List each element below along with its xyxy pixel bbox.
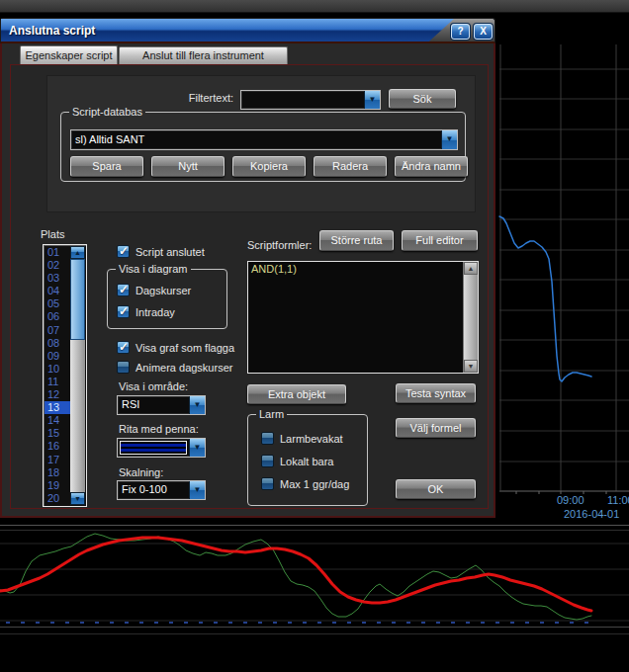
indicator-panel-top-inner-border <box>0 530 629 531</box>
tab-anslut-flera-instrument[interactable]: Anslut till flera instrument samtidigt <box>119 46 288 64</box>
rita-penna-label: Rita med penna: <box>119 423 199 435</box>
dialog-title: Anslutna script <box>9 24 95 38</box>
skalning-combo[interactable]: Fix 0-100 ▼ <box>117 480 206 500</box>
skalning-value[interactable]: Fix 0-100 <box>118 481 189 499</box>
time-axis-label-0900: 09:00 <box>557 494 584 506</box>
dagskurser-row[interactable]: Dagskurser <box>117 284 191 296</box>
plats-item-15[interactable]: 15 <box>45 427 71 440</box>
db-button-radera[interactable]: Radera <box>314 156 387 177</box>
visa-omrade-combo[interactable]: RSI ▼ <box>117 395 206 415</box>
visa-graf-label: Visa graf som flagga <box>135 342 234 354</box>
plats-item-11[interactable]: 11 <box>45 376 71 388</box>
script-databas-buttons: SparaNyttKopieraRaderaÄndra namn <box>70 156 468 177</box>
testa-syntax-button[interactable]: Testa syntax <box>396 383 476 403</box>
plats-item-08[interactable]: 08 <box>45 337 71 350</box>
plats-item-17[interactable]: 17 <box>45 454 71 466</box>
formula-code[interactable]: AND(1,1) <box>251 263 297 275</box>
rsi-signal-line <box>0 538 591 611</box>
larm-row-larmbevakat[interactable]: Larmbevakat <box>261 432 349 445</box>
plats-item-04[interactable]: 04 <box>45 285 71 297</box>
close-button[interactable]: X <box>474 24 493 40</box>
script-anslutet-row[interactable]: Script anslutet <box>117 245 205 258</box>
scroll-up-icon[interactable]: ▲ <box>464 262 478 275</box>
chevron-down-icon[interactable]: ▼ <box>189 439 205 457</box>
plats-item-07[interactable]: 07 <box>45 324 71 337</box>
plats-scrollbar[interactable]: ▲ ▼ <box>70 246 85 505</box>
larm-checkbox[interactable] <box>261 432 274 445</box>
db-button-kopiera[interactable]: Kopiera <box>232 156 306 177</box>
anslutna-script-dialog: Anslutna script ? X Egenskaper script An… <box>0 18 498 522</box>
plats-item-19[interactable]: 19 <box>45 479 71 492</box>
plats-items: 0102030405060708091011121314151617181920 <box>45 246 71 505</box>
extra-objekt-button[interactable]: Extra objekt <box>247 384 346 404</box>
dialog-titlebar[interactable]: Anslutna script ? X <box>0 18 495 43</box>
time-axis-label-1100: 11:00 <box>607 494 629 506</box>
chevron-down-icon[interactable]: ▼ <box>441 130 457 149</box>
animera-checkbox[interactable] <box>117 361 130 374</box>
larm-checkbox[interactable] <box>261 455 274 467</box>
larm-label: Max 1 ggr/dag <box>280 478 349 490</box>
formula-scrollbar[interactable]: ▲ ▼ <box>463 262 478 373</box>
plats-item-02[interactable]: 02 <box>45 259 71 272</box>
ok-button[interactable]: OK <box>396 479 476 499</box>
scroll-down-icon[interactable]: ▼ <box>70 492 85 505</box>
larm-row-max-1-ggr-dag[interactable]: Max 1 ggr/dag <box>261 477 349 490</box>
visa-graf-row[interactable]: Visa graf som flagga <box>117 341 234 354</box>
storre-ruta-button[interactable]: Större ruta <box>319 230 394 251</box>
sok-button[interactable]: Sök <box>389 89 456 109</box>
dagskurser-checkbox[interactable] <box>117 284 130 296</box>
chevron-down-icon[interactable]: ▼ <box>364 91 380 109</box>
scroll-down-icon[interactable]: ▼ <box>464 360 478 373</box>
pen-preview-swatch[interactable] <box>120 441 187 455</box>
intraday-checkbox[interactable] <box>117 305 130 318</box>
chevron-down-icon[interactable]: ▼ <box>189 396 205 414</box>
plats-item-14[interactable]: 14 <box>45 414 71 427</box>
plats-listbox[interactable]: 0102030405060708091011121314151617181920… <box>43 244 87 507</box>
larm-checkbox[interactable] <box>261 477 274 490</box>
plats-item-16[interactable]: 16 <box>45 440 71 453</box>
help-button[interactable]: ? <box>451 24 470 40</box>
script-databas-combo[interactable]: sl) Alltid SANT ▼ <box>70 129 458 150</box>
intraday-label: Intraday <box>135 306 175 318</box>
plats-item-13[interactable]: 13 <box>45 401 71 414</box>
plats-item-06[interactable]: 06 <box>45 310 71 323</box>
script-anslutet-label: Script anslutet <box>135 246 205 258</box>
intraday-row[interactable]: Intraday <box>117 305 175 318</box>
full-editor-button[interactable]: Full editor <box>402 230 478 251</box>
date-axis-label: 2016-04-01 <box>564 508 619 520</box>
db-button--ndra-namn[interactable]: Ändra namn <box>395 156 468 177</box>
plats-item-12[interactable]: 12 <box>45 388 71 401</box>
scroll-up-icon[interactable]: ▲ <box>70 246 85 259</box>
filtertext-combo[interactable]: ▼ <box>240 90 381 110</box>
dagskurser-label: Dagskurser <box>135 285 191 296</box>
plats-item-09[interactable]: 09 <box>45 350 71 363</box>
plats-item-01[interactable]: 01 <box>45 246 71 259</box>
visa-i-diagram-group: Visa i diagram <box>107 269 227 329</box>
script-databas-value[interactable]: sl) Alltid SANT <box>71 130 441 149</box>
chevron-down-icon[interactable]: ▼ <box>189 481 205 499</box>
filtertext-value[interactable] <box>241 91 364 109</box>
script-anslutet-checkbox[interactable] <box>117 245 130 258</box>
plats-item-18[interactable]: 18 <box>45 466 71 479</box>
plats-item-10[interactable]: 10 <box>45 363 71 376</box>
db-button-nytt[interactable]: Nytt <box>151 156 225 177</box>
plats-item-05[interactable]: 05 <box>45 297 71 310</box>
valj-formel-button[interactable]: Välj formel <box>396 418 476 438</box>
larm-row-lokalt-bara[interactable]: Lokalt bara <box>261 455 349 467</box>
plats-scrollbar-thumb[interactable] <box>70 259 85 340</box>
visa-graf-checkbox[interactable] <box>117 341 130 354</box>
indicator-panel-top-border <box>0 525 629 526</box>
visa-omrade-value[interactable]: RSI <box>118 396 189 414</box>
plats-label: Plats <box>41 228 64 240</box>
indicator-panel-bottom-border <box>0 627 629 628</box>
animera-row[interactable]: Animera dagskurser <box>117 361 232 374</box>
db-button-spara[interactable]: Spara <box>70 156 143 177</box>
plats-item-03[interactable]: 03 <box>45 272 71 285</box>
tab-egenskaper-script[interactable]: Egenskaper script <box>20 45 118 65</box>
larm-group-label: Larm <box>256 408 287 420</box>
application-toolbar-strip <box>0 0 629 13</box>
rita-penna-combo[interactable]: ▼ <box>117 438 206 458</box>
formula-textarea[interactable]: AND(1,1) ▲ ▼ <box>247 261 479 374</box>
price-line <box>499 216 591 381</box>
plats-item-20[interactable]: 20 <box>45 492 71 505</box>
